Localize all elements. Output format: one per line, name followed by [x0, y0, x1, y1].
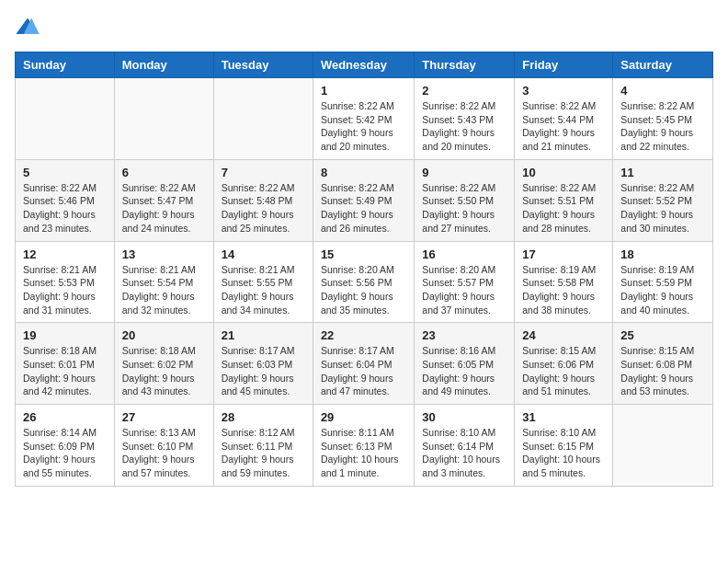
day-info: Sunrise: 8:22 AMSunset: 5:49 PMDaylight:…: [321, 181, 406, 236]
day-number: 20: [122, 328, 206, 342]
day-info: Sunrise: 8:22 AMSunset: 5:48 PMDaylight:…: [222, 181, 305, 236]
day-number: 6: [122, 166, 206, 179]
day-number: 17: [522, 247, 605, 261]
day-number: 16: [422, 247, 506, 261]
calendar-cell: 1Sunrise: 8:22 AMSunset: 5:42 PMDaylight…: [313, 78, 414, 160]
day-info: Sunrise: 8:15 AMSunset: 6:06 PMDaylight:…: [522, 344, 605, 398]
day-number: 27: [122, 410, 206, 424]
day-number: 12: [23, 247, 107, 261]
day-info: Sunrise: 8:21 AMSunset: 5:55 PMDaylight:…: [222, 263, 305, 317]
calendar-cell: 28Sunrise: 8:12 AMSunset: 6:11 PMDayligh…: [213, 405, 313, 487]
day-info: Sunrise: 8:19 AMSunset: 5:59 PMDaylight:…: [620, 263, 705, 317]
calendar-cell: 13Sunrise: 8:21 AMSunset: 5:54 PMDayligh…: [114, 241, 213, 323]
day-info: Sunrise: 8:18 AMSunset: 6:02 PMDaylight:…: [122, 344, 206, 398]
day-info: Sunrise: 8:21 AMSunset: 5:53 PMDaylight:…: [23, 263, 107, 317]
day-number: 28: [222, 410, 305, 424]
calendar-header-row: SundayMondayTuesdayWednesdayThursdayFrid…: [16, 52, 713, 78]
day-number: 3: [522, 84, 605, 98]
calendar-cell: 5Sunrise: 8:22 AMSunset: 5:46 PMDaylight…: [16, 159, 115, 241]
day-info: Sunrise: 8:22 AMSunset: 5:45 PMDaylight:…: [620, 99, 705, 154]
day-number: 23: [422, 328, 506, 342]
day-info: Sunrise: 8:22 AMSunset: 5:43 PMDaylight:…: [422, 99, 506, 154]
logo: [15, 15, 44, 40]
day-number: 11: [620, 166, 705, 179]
day-info: Sunrise: 8:10 AMSunset: 6:14 PMDaylight:…: [422, 426, 506, 480]
day-info: Sunrise: 8:20 AMSunset: 5:56 PMDaylight:…: [321, 263, 406, 317]
calendar-header-saturday: Saturday: [613, 52, 713, 78]
calendar-week-5: 26Sunrise: 8:14 AMSunset: 6:09 PMDayligh…: [16, 405, 713, 487]
calendar-cell: 6Sunrise: 8:22 AMSunset: 5:47 PMDaylight…: [114, 159, 213, 241]
calendar-header-friday: Friday: [515, 52, 613, 78]
day-number: 14: [222, 247, 305, 261]
day-info: Sunrise: 8:19 AMSunset: 5:58 PMDaylight:…: [522, 263, 605, 317]
day-number: 26: [23, 410, 107, 424]
page-header: [15, 15, 713, 40]
day-info: Sunrise: 8:17 AMSunset: 6:03 PMDaylight:…: [222, 344, 305, 398]
day-info: Sunrise: 8:22 AMSunset: 5:46 PMDaylight:…: [23, 181, 107, 236]
day-number: 5: [23, 166, 107, 179]
day-info: Sunrise: 8:10 AMSunset: 6:15 PMDaylight:…: [522, 426, 605, 480]
day-info: Sunrise: 8:13 AMSunset: 6:10 PMDaylight:…: [122, 426, 206, 480]
calendar-header-sunday: Sunday: [16, 52, 115, 78]
day-number: 29: [321, 410, 406, 424]
day-number: 13: [122, 247, 206, 261]
calendar-cell: 10Sunrise: 8:22 AMSunset: 5:51 PMDayligh…: [515, 159, 613, 241]
day-info: Sunrise: 8:15 AMSunset: 6:08 PMDaylight:…: [620, 344, 705, 398]
calendar-cell: 16Sunrise: 8:20 AMSunset: 5:57 PMDayligh…: [415, 241, 515, 323]
calendar-header-monday: Monday: [114, 52, 213, 78]
calendar-header-tuesday: Tuesday: [213, 52, 313, 78]
day-number: 2: [422, 84, 506, 98]
day-info: Sunrise: 8:21 AMSunset: 5:54 PMDaylight:…: [122, 263, 206, 317]
day-info: Sunrise: 8:22 AMSunset: 5:42 PMDaylight:…: [321, 99, 406, 154]
calendar-cell: [114, 78, 213, 160]
day-info: Sunrise: 8:17 AMSunset: 6:04 PMDaylight:…: [321, 344, 406, 398]
day-number: 22: [321, 328, 406, 342]
day-number: 25: [620, 328, 705, 342]
day-number: 1: [321, 84, 406, 98]
calendar-cell: 20Sunrise: 8:18 AMSunset: 6:02 PMDayligh…: [114, 323, 213, 405]
calendar-cell: 14Sunrise: 8:21 AMSunset: 5:55 PMDayligh…: [213, 241, 313, 323]
calendar-cell: 27Sunrise: 8:13 AMSunset: 6:10 PMDayligh…: [114, 405, 213, 487]
calendar-cell: [213, 78, 313, 160]
calendar-cell: 21Sunrise: 8:17 AMSunset: 6:03 PMDayligh…: [213, 323, 313, 405]
day-number: 21: [222, 328, 305, 342]
calendar-cell: 25Sunrise: 8:15 AMSunset: 6:08 PMDayligh…: [613, 323, 713, 405]
calendar-cell: 30Sunrise: 8:10 AMSunset: 6:14 PMDayligh…: [415, 405, 515, 487]
calendar-cell: 22Sunrise: 8:17 AMSunset: 6:04 PMDayligh…: [313, 323, 414, 405]
calendar-header-wednesday: Wednesday: [313, 52, 414, 78]
day-info: Sunrise: 8:12 AMSunset: 6:11 PMDaylight:…: [222, 426, 305, 480]
day-number: 19: [23, 328, 107, 342]
calendar-cell: 17Sunrise: 8:19 AMSunset: 5:58 PMDayligh…: [515, 241, 613, 323]
calendar-cell: 15Sunrise: 8:20 AMSunset: 5:56 PMDayligh…: [313, 241, 414, 323]
calendar-cell: 11Sunrise: 8:22 AMSunset: 5:52 PMDayligh…: [613, 159, 713, 241]
day-info: Sunrise: 8:20 AMSunset: 5:57 PMDaylight:…: [422, 263, 506, 317]
calendar-cell: 18Sunrise: 8:19 AMSunset: 5:59 PMDayligh…: [613, 241, 713, 323]
calendar-cell: 24Sunrise: 8:15 AMSunset: 6:06 PMDayligh…: [515, 323, 613, 405]
day-info: Sunrise: 8:22 AMSunset: 5:47 PMDaylight:…: [122, 181, 206, 236]
day-number: 10: [522, 166, 605, 179]
logo-icon: [15, 15, 40, 40]
calendar-week-2: 5Sunrise: 8:22 AMSunset: 5:46 PMDaylight…: [16, 159, 713, 241]
day-info: Sunrise: 8:14 AMSunset: 6:09 PMDaylight:…: [23, 426, 107, 480]
day-info: Sunrise: 8:16 AMSunset: 6:05 PMDaylight:…: [422, 344, 506, 398]
calendar-cell: 4Sunrise: 8:22 AMSunset: 5:45 PMDaylight…: [613, 78, 713, 160]
day-info: Sunrise: 8:22 AMSunset: 5:52 PMDaylight:…: [620, 181, 705, 236]
calendar-cell: 3Sunrise: 8:22 AMSunset: 5:44 PMDaylight…: [515, 78, 613, 160]
day-info: Sunrise: 8:22 AMSunset: 5:44 PMDaylight:…: [522, 99, 605, 154]
calendar-cell: 9Sunrise: 8:22 AMSunset: 5:50 PMDaylight…: [415, 159, 515, 241]
calendar-cell: 31Sunrise: 8:10 AMSunset: 6:15 PMDayligh…: [515, 405, 613, 487]
calendar-cell: 26Sunrise: 8:14 AMSunset: 6:09 PMDayligh…: [16, 405, 115, 487]
calendar-cell: 12Sunrise: 8:21 AMSunset: 5:53 PMDayligh…: [16, 241, 115, 323]
calendar-cell: 2Sunrise: 8:22 AMSunset: 5:43 PMDaylight…: [415, 78, 515, 160]
calendar-week-4: 19Sunrise: 8:18 AMSunset: 6:01 PMDayligh…: [16, 323, 713, 405]
day-info: Sunrise: 8:22 AMSunset: 5:51 PMDaylight:…: [522, 181, 605, 236]
calendar-table: SundayMondayTuesdayWednesdayThursdayFrid…: [15, 52, 713, 487]
calendar-header-thursday: Thursday: [415, 52, 515, 78]
calendar-week-1: 1Sunrise: 8:22 AMSunset: 5:42 PMDaylight…: [16, 78, 713, 160]
day-number: 30: [422, 410, 506, 424]
day-number: 8: [321, 166, 406, 179]
calendar-cell: 23Sunrise: 8:16 AMSunset: 6:05 PMDayligh…: [415, 323, 515, 405]
calendar-cell: 8Sunrise: 8:22 AMSunset: 5:49 PMDaylight…: [313, 159, 414, 241]
day-number: 4: [620, 84, 705, 98]
day-info: Sunrise: 8:18 AMSunset: 6:01 PMDaylight:…: [23, 344, 107, 398]
